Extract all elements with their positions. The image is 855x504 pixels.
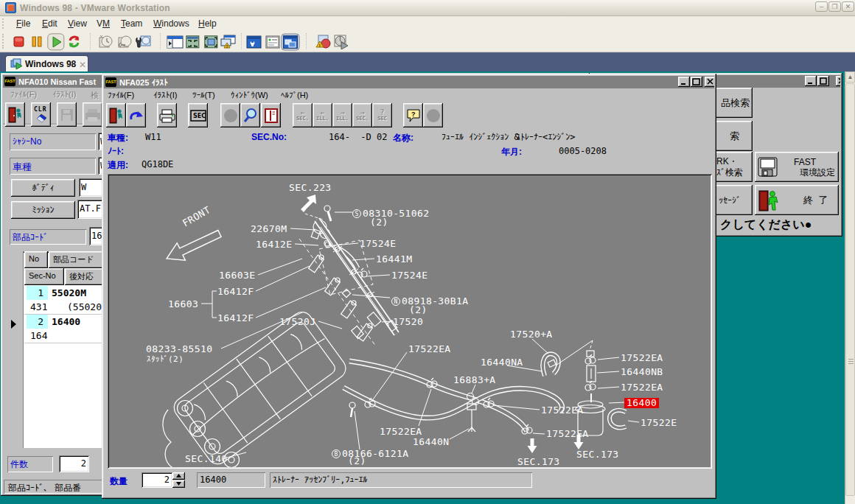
vmware-toolbar-console-view-icon[interactable]	[281, 34, 300, 49]
diagram-part-label[interactable]: 16603E	[219, 270, 255, 281]
vm-tab-windows98[interactable]: Windows 98 ✕	[5, 55, 88, 72]
vmware-menu-help[interactable]: Help	[198, 18, 217, 29]
zoom-button[interactable]	[240, 103, 260, 127]
diagram-part-label[interactable]: SEC.223	[289, 182, 332, 193]
parts-diagram[interactable]: SEC.223S08310-51062(2)22670M16412E17524E…	[108, 174, 712, 469]
spin-up-button[interactable]	[172, 472, 185, 480]
menu-item[interactable]: ｲﾗｽﾄ(I)	[52, 90, 76, 99]
diagram-part-label[interactable]: SEC.173	[576, 449, 619, 460]
scrollbar-thumb[interactable]	[845, 83, 855, 496]
vmware-maximize-button[interactable]: ❐	[828, 1, 841, 12]
vmware-toolbar-take-snapshot-icon[interactable]	[99, 34, 114, 49]
diagram-part-label[interactable]: 17524E	[360, 238, 396, 249]
col-header-secno[interactable]: Sec-No	[24, 268, 64, 285]
menu-item[interactable]: 検	[91, 90, 99, 101]
diagram-part-label[interactable]: (2)	[409, 304, 427, 315]
diagram-part-label[interactable]: ｽﾀｯﾄﾞ(2)	[147, 354, 184, 364]
vmware-menu-team[interactable]: Team	[121, 18, 142, 29]
menu-item[interactable]: ﾌｧｲﾙ(F)	[108, 91, 134, 99]
clear-button[interactable]: CLR	[31, 102, 51, 127]
diagram-part-label[interactable]: 16412F	[217, 286, 254, 297]
menu-item[interactable]: ｳｨﾝﾄﾞｳ(W)	[231, 91, 268, 99]
vmware-toolbar-console-settings-icon[interactable]	[246, 34, 262, 49]
spin-down-button[interactable]	[172, 480, 185, 488]
print-button[interactable]	[157, 103, 177, 127]
diagram-part-label[interactable]: 16440NB	[621, 366, 663, 377]
diagram-part-label[interactable]: 17522E	[641, 417, 677, 428]
vmware-toolbar-capture-movie-icon[interactable]	[333, 34, 349, 49]
diagram-part-label[interactable]: 17520+A	[510, 329, 553, 340]
vmware-toolbar-summary-view-icon[interactable]	[265, 34, 280, 49]
diagram-part-label[interactable]: 17522EA	[408, 343, 451, 354]
vmware-toolbar-suspend-icon[interactable]	[32, 34, 42, 49]
vmware-toolbar-power-off-icon[interactable]	[13, 34, 24, 49]
diagram-part-label[interactable]: 17522EA	[546, 428, 589, 439]
vmware-menu-windows[interactable]: Windows	[153, 18, 189, 29]
vmware-menu-view[interactable]: View	[68, 18, 87, 29]
maximize-button[interactable]	[817, 76, 829, 86]
close-button[interactable]	[836, 76, 840, 86]
quantity-input[interactable]: 2	[142, 472, 172, 488]
diagram-part-label[interactable]: FRONT	[181, 204, 212, 229]
diagram-part-label[interactable]: 16440NA	[481, 357, 523, 368]
undo-button[interactable]	[126, 103, 146, 127]
diagram-part-label[interactable]: 16440N	[413, 436, 449, 447]
diagram-part-label[interactable]: (2)	[348, 455, 366, 466]
vmware-toolbar-snapshot-manager-icon[interactable]	[136, 34, 151, 49]
diagram-part-label[interactable]: 16883+A	[453, 374, 496, 385]
parts-book-button[interactable]	[261, 103, 281, 127]
diagram-part-label[interactable]: 17522EA	[380, 426, 422, 437]
minimize-button[interactable]	[678, 77, 690, 87]
vmware-toolbar-quick-switch-icon[interactable]: !	[220, 34, 236, 49]
body-button[interactable]: ﾎﾞﾃﾞｨ	[11, 179, 75, 197]
menu-item[interactable]: ｲﾗｽﾄ(I)	[153, 91, 177, 99]
maximize-button[interactable]	[691, 77, 702, 87]
diagram-part-label[interactable]: 17522EA	[621, 382, 663, 393]
vmware-toolbar-reset-icon[interactable]	[68, 34, 80, 49]
col-header-no[interactable]: No	[24, 251, 48, 268]
menu-button-fast-settings[interactable]: FAST環境設定	[755, 152, 839, 182]
help-button[interactable]: ?	[403, 103, 423, 127]
vmware-menu-file[interactable]: File	[16, 18, 30, 29]
diagram-part-label[interactable]: 16603	[168, 298, 198, 309]
vmware-toolbar-full-screen-icon[interactable]	[186, 34, 200, 49]
mission-button[interactable]: ﾐｯｼｮﾝ	[11, 201, 75, 219]
scroll-up-arrow[interactable]: ▲	[845, 71, 855, 83]
vmware-menu-vm[interactable]: VM	[97, 18, 110, 29]
vm-tab-close-icon[interactable]: ✕	[79, 60, 86, 70]
vmware-close-button[interactable]: ✕	[842, 1, 854, 12]
vmware-toolbar-fit-guest-now-icon[interactable]	[204, 34, 218, 49]
menu-item[interactable]: ﾂｰﾙ(T)	[192, 91, 215, 99]
menu-button-exit[interactable]: 終 了	[755, 185, 839, 215]
diagram-part-label[interactable]: (2)	[370, 217, 388, 228]
diagram-part-label[interactable]: 16412E	[256, 239, 292, 250]
quantity-spinner[interactable]	[172, 472, 185, 488]
diagram-part-label[interactable]: SEC.173	[517, 456, 560, 467]
vmware-toolbar-acknowledge-alert-icon[interactable]: !	[315, 34, 332, 49]
diagram-part-label[interactable]: 17524E	[391, 270, 427, 281]
diagram-part-label[interactable]: 17522EA	[541, 405, 584, 416]
diagram-part-label[interactable]: 08233-85510	[146, 343, 213, 354]
exit-button[interactable]	[5, 102, 25, 127]
vmware-toolbar-revert-snapshot-icon[interactable]	[118, 34, 133, 49]
menu-item[interactable]: ﾍﾙﾌﾟ(H)	[281, 91, 308, 99]
close-button[interactable]	[705, 77, 714, 87]
exit-button[interactable]	[106, 103, 126, 127]
diagram-part-label[interactable]: 17520J	[279, 316, 315, 327]
diagram-part-label[interactable]: 17522EA	[621, 352, 663, 363]
vmware-menu-edit[interactable]: Edit	[42, 18, 57, 29]
diagram-part-label[interactable]: SEC.140	[185, 453, 228, 464]
diagram-part-label[interactable]: 16400	[627, 397, 657, 408]
minimize-button[interactable]	[805, 76, 817, 86]
diagram-part-label[interactable]: 16441M	[376, 253, 412, 265]
vmware-toolbar-show-sidebar-icon[interactable]	[167, 34, 184, 49]
diagram-part-label[interactable]: 16412F	[217, 312, 254, 323]
menu-item[interactable]: ﾌｧｲﾙ(F)	[10, 90, 37, 99]
vmware-toolbar-power-on-icon[interactable]	[47, 34, 65, 49]
guest-vertical-scrollbar[interactable]: ▲	[845, 71, 855, 504]
sec-button[interactable]: SEC	[188, 103, 208, 127]
nfa025-titlebar[interactable]: FAST NFA025 ｲﾗｽﾄ	[104, 76, 714, 88]
diagram-part-label[interactable]: 22670M	[251, 223, 287, 234]
vmware-minimize-button[interactable]: –	[815, 1, 828, 12]
diagram-part-label[interactable]: 17520	[393, 316, 423, 327]
